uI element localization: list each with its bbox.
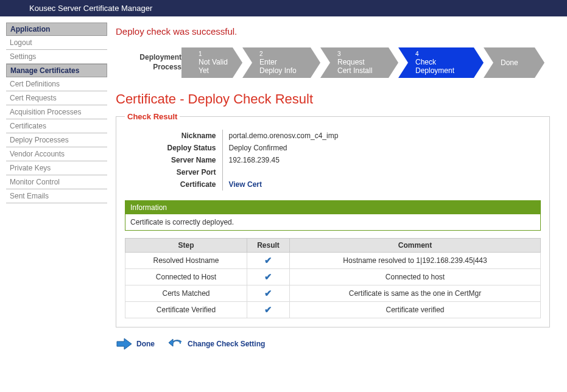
process-label: Deployment Process — [116, 53, 181, 72]
certificate-label: Certificate — [125, 178, 222, 191]
info-box: Information Certificate is correctly dep… — [125, 200, 541, 231]
info-body: Certificate is correctly deployed. — [125, 214, 540, 230]
undo-icon — [168, 338, 184, 350]
server-name-value: 192.168.239.45 — [222, 154, 344, 166]
deploy-status-value: Deploy Confirmed — [222, 142, 344, 154]
step-comment: Certificate verified — [290, 302, 541, 318]
result-details: Nickname portal.demo.orenosv.com_c4_imp … — [125, 130, 344, 191]
step-name: Connected to Host — [125, 269, 247, 285]
info-header: Information — [125, 201, 540, 214]
sidebar-item-vendor-accounts[interactable]: Vendor Accounts — [6, 147, 107, 161]
app-title: Kousec Server Certificate Manager — [29, 4, 152, 13]
sidebar-item-acquisition-processes[interactable]: Acquisition Processes — [6, 105, 107, 119]
process-step-2: 2EnterDeploy Info — [242, 47, 320, 78]
sidebar-item-logout[interactable]: Logout — [6, 36, 107, 50]
process-step-1: 1Not ValidYet — [181, 47, 242, 78]
col-step: Step — [125, 239, 247, 253]
step-comment: Hostname resolved to 1|192.168.239.45|44… — [290, 253, 541, 269]
table-row: Certificate Verified✔Certificate verifie… — [125, 302, 541, 318]
arrow-right-icon — [116, 337, 133, 351]
check-result-legend: Check Result — [125, 112, 180, 121]
col-comment: Comment — [290, 239, 541, 253]
page-title: Certificate - Deploy Check Result — [116, 91, 550, 107]
step-name: Certificate Verified — [125, 302, 247, 318]
server-port-label: Server Port — [125, 166, 222, 178]
main-content: Deploy check was successful. Deployment … — [111, 16, 567, 365]
sidebar: Application Logout Settings Manage Certi… — [0, 16, 111, 365]
step-name: Resolved Hostname — [125, 253, 247, 269]
sidebar-item-private-keys[interactable]: Private Keys — [6, 161, 107, 175]
deployment-process-steps: Deployment Process 1Not ValidYet2EnterDe… — [116, 47, 550, 78]
svg-marker-5 — [117, 338, 132, 349]
table-row: Resolved Hostname✔Hostname resolved to 1… — [125, 253, 541, 269]
step-comment: Certificate is same as the one in CertMg… — [290, 285, 541, 302]
check-icon: ✔ — [264, 304, 272, 315]
sidebar-item-deploy-processes[interactable]: Deploy Processes — [6, 133, 107, 147]
check-icon: ✔ — [264, 255, 272, 265]
done-button[interactable]: Done — [116, 337, 155, 351]
step-result: ✔ — [247, 285, 290, 302]
process-step-3: 3RequestCert Install — [320, 47, 398, 78]
step-name: Certs Matched — [125, 285, 247, 302]
table-row: Connected to Host✔Connected to host — [125, 269, 541, 285]
sidebar-section-manage-certs: Manage Certificates — [6, 64, 107, 77]
check-result-box: Check Result Nickname portal.demo.orenos… — [116, 112, 550, 327]
nickname-value: portal.demo.orenosv.com_c4_imp — [222, 130, 344, 142]
change-check-setting-button[interactable]: Change Check Setting — [168, 338, 265, 350]
change-label: Change Check Setting — [188, 340, 265, 348]
done-label: Done — [136, 340, 155, 348]
top-bar: Kousec Server Certificate Manager — [0, 0, 567, 16]
process-step-4: 4CheckDeployment — [398, 47, 484, 78]
sidebar-section-application: Application — [6, 23, 107, 36]
step-comment: Connected to host — [290, 269, 541, 285]
sidebar-item-monitor-control[interactable]: Monitor Control — [6, 175, 107, 189]
steps-table: Step Result Comment Resolved Hostname✔Ho… — [125, 238, 541, 318]
action-bar: Done Change Check Setting — [116, 337, 550, 351]
check-icon: ✔ — [264, 271, 272, 282]
view-cert-link[interactable]: View Cert — [229, 180, 262, 189]
sidebar-item-certificates[interactable]: Certificates — [6, 119, 107, 133]
success-message: Deploy check was successful. — [116, 26, 550, 37]
sidebar-item-sent-emails[interactable]: Sent Emails — [6, 189, 107, 203]
step-result: ✔ — [247, 302, 290, 318]
deploy-status-label: Deploy Status — [125, 142, 222, 154]
step-result: ✔ — [247, 253, 290, 269]
check-icon: ✔ — [264, 288, 272, 298]
sidebar-item-settings[interactable]: Settings — [6, 50, 107, 64]
sidebar-item-cert-definitions[interactable]: Cert Definitions — [6, 77, 107, 91]
process-step-5: Done — [484, 47, 544, 78]
table-row: Certs Matched✔Certificate is same as the… — [125, 285, 541, 302]
nickname-label: Nickname — [125, 130, 222, 142]
step-result: ✔ — [247, 269, 290, 285]
sidebar-item-cert-requests[interactable]: Cert Requests — [6, 91, 107, 105]
server-port-value — [222, 166, 344, 178]
server-name-label: Server Name — [125, 154, 222, 166]
col-result: Result — [247, 239, 290, 253]
